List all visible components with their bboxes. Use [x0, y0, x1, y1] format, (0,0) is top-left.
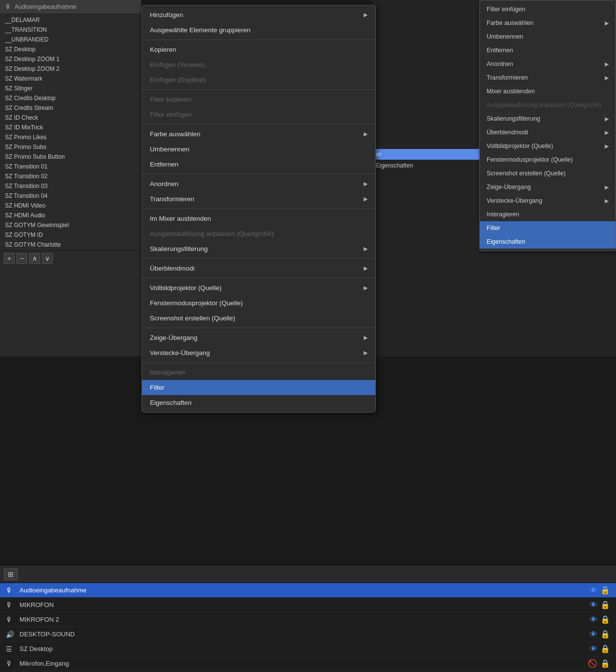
- scene-list-item[interactable]: SZ Desktop: [0, 44, 141, 54]
- scene-list-item[interactable]: SZ HDMI Video: [0, 201, 141, 210]
- scene-list-item[interactable]: __TRANSITION: [0, 25, 141, 35]
- visibility-eye-icon[interactable]: 👁: [590, 645, 597, 653]
- secondary-menu-item[interactable]: Filter: [480, 221, 616, 235]
- scene-list-item[interactable]: SZ Credits Desktop: [0, 93, 141, 103]
- list-icon: ☰: [6, 645, 16, 653]
- scene-control-button[interactable]: ∧: [29, 253, 40, 264]
- source-item[interactable]: 🎙Mikrofon,Eingang🚫🔒: [0, 656, 616, 671]
- secondary-menu-item[interactable]: Eigenschaften: [480, 235, 616, 249]
- secondary-context-menu[interactable]: Filter einfügenFarbe auswählen▶Umbenenne…: [479, 0, 616, 251]
- menu-item-label: Entfernen: [150, 161, 179, 168]
- scene-list-item[interactable]: SZ Transition 04: [0, 191, 141, 201]
- menu-item-fenstermodusprojektor-quelle[interactable]: Fenstermodusprojektor (Quelle): [142, 295, 375, 311]
- scene-list-item[interactable]: SZ GOTYM ID: [0, 230, 141, 240]
- source-name-label: SZ Desktop: [20, 645, 590, 652]
- menu-item-einfgen-verweis: Einfügen (Verweis): [142, 57, 375, 72]
- source-item[interactable]: 🎙MIKROFON👁🔒: [0, 598, 616, 612]
- menu-item-im-mixer-ausblenden[interactable]: Im Mixer ausblenden: [142, 211, 375, 226]
- menu-item-kopieren[interactable]: Kopieren: [142, 42, 375, 57]
- menu-item-label: Screenshot erstellen (Quelle): [150, 315, 235, 322]
- menu-item-umbenennen[interactable]: Umbenennen: [142, 142, 375, 157]
- menu-item-ausgewhlte-elemente-gruppieren[interactable]: Ausgewählte Elemente gruppieren: [142, 22, 375, 38]
- scene-list-item[interactable]: SZ Promo Subs Button: [0, 152, 141, 162]
- menu-item-vollbildprojektor-quelle[interactable]: Vollbildprojektor (Quelle)▶: [142, 280, 375, 295]
- menu-item-label: Überblendmodi: [150, 265, 195, 272]
- lock-icon[interactable]: 🔒: [600, 615, 610, 624]
- scene-list-item[interactable]: SZ ID MixTrick: [0, 123, 141, 132]
- secondary-menu-item[interactable]: Farbe auswählen▶: [480, 16, 616, 30]
- lock-icon[interactable]: 🔒: [600, 644, 610, 653]
- secondary-menu-item[interactable]: Transformieren▶: [480, 71, 616, 84]
- menu-item-anordnen[interactable]: Anordnen▶: [142, 176, 375, 191]
- scene-list-item[interactable]: SZ Transition 03: [0, 181, 141, 191]
- menu-item-skalierungsfilterung[interactable]: Skalierungsfilterung▶: [142, 241, 375, 256]
- mic-icon: 🎙: [6, 616, 16, 624]
- menu-item-filter[interactable]: Filter: [142, 380, 375, 395]
- main-context-menu[interactable]: Hinzufügen▶Ausgewählte Elemente gruppier…: [142, 5, 376, 413]
- scene-list-item[interactable]: SZ Desktop ZOOM 2: [0, 64, 141, 74]
- menu-item-screenshot-erstellen-quelle[interactable]: Screenshot erstellen (Quelle): [142, 311, 375, 326]
- menu-item-berblendmodi[interactable]: Überblendmodi▶: [142, 261, 375, 276]
- menu-item-farbe-auswhlen[interactable]: Farbe auswählen▶: [142, 126, 375, 142]
- scene-list-item[interactable]: __UNBRANDED: [0, 35, 141, 44]
- scene-list-panel: 🎙 Audioeingabeaufnahme __DELAMAR__TRANSI…: [0, 0, 142, 357]
- lock-icon[interactable]: 🔒: [600, 630, 610, 639]
- scene-list-item[interactable]: SZ Watermark: [0, 74, 141, 84]
- secondary-menu-item[interactable]: Fenstermodusprojektor (Quelle): [480, 153, 616, 167]
- scene-list-item[interactable]: __DELAMAR: [0, 15, 141, 25]
- scene-list-item[interactable]: SZ HDMI Audio: [0, 210, 141, 220]
- visibility-eye-icon[interactable]: 👁: [590, 630, 597, 639]
- visibility-eye-icon[interactable]: 👁: [590, 586, 597, 595]
- source-name-label: Audioeingabeaufnahme: [20, 587, 590, 594]
- visibility-eye-icon[interactable]: 👁: [590, 601, 597, 609]
- source-item[interactable]: 🎙MIKROFON 2👁🔒: [0, 612, 616, 627]
- secondary-menu-item-label: Ausgabeauflösung anpassen (Quellgröße): [487, 102, 601, 108]
- secondary-menu-item[interactable]: Zeige-Übergang▶: [480, 180, 616, 194]
- scene-list-item[interactable]: SZ Promo Likes: [0, 132, 141, 142]
- menu-item-hinzufgen[interactable]: Hinzufügen▶: [142, 7, 375, 22]
- scene-list-item[interactable]: SZ Stinger: [0, 84, 141, 93]
- scene-list-item[interactable]: SZ GOTYM Charlotte: [0, 240, 141, 250]
- secondary-menu-item[interactable]: Entfernen: [480, 43, 616, 57]
- source-controls: 👁🔒: [590, 630, 610, 639]
- scene-control-button[interactable]: ∨: [42, 253, 53, 264]
- scene-control-button[interactable]: −: [17, 253, 27, 264]
- scene-list-item[interactable]: SZ Promo Subs: [0, 142, 141, 152]
- visibility-eye-icon[interactable]: 🚫: [588, 659, 597, 668]
- visibility-eye-icon[interactable]: 👁: [590, 615, 597, 624]
- scene-list-item[interactable]: SZ Credits Stream: [0, 103, 141, 113]
- menu-item-entfernen[interactable]: Entfernen: [142, 157, 375, 172]
- secondary-menu-item[interactable]: Anordnen▶: [480, 57, 616, 71]
- scene-control-button[interactable]: +: [4, 253, 15, 264]
- secondary-menu-item[interactable]: Interagieren: [480, 208, 616, 221]
- sources-bar: ⊞ 🎙Audioeingabeaufnahme👁🔒🎙MIKROFON👁🔒🎙MIK…: [0, 565, 616, 672]
- submenu-arrow-icon: ▶: [605, 20, 609, 26]
- menu-item-verstecke-bergang[interactable]: Verstecke-Übergang▶: [142, 345, 375, 360]
- menu-item-eigenschaften[interactable]: Eigenschaften: [142, 395, 375, 410]
- secondary-menu-item[interactable]: Skalierungsfilterung▶: [480, 112, 616, 126]
- source-item[interactable]: 🎙Audioeingabeaufnahme👁🔒: [0, 583, 616, 598]
- lock-icon[interactable]: 🔒: [600, 586, 610, 595]
- source-item[interactable]: ☰SZ Desktop👁🔒: [0, 642, 616, 656]
- scene-list-item[interactable]: SZ Transition 01: [0, 162, 141, 171]
- menu-item-zeige-bergang[interactable]: Zeige-Übergang▶: [142, 330, 375, 345]
- secondary-menu-item[interactable]: Screenshot erstellen (Quelle): [480, 167, 616, 180]
- source-item[interactable]: 🔊DESKTOP-SOUND👁🔒: [0, 627, 616, 642]
- sources-add-button[interactable]: ⊞: [4, 568, 18, 580]
- scene-list-item[interactable]: SZ Desktop ZOOM 1: [0, 54, 141, 64]
- menu-item-label: Hinzufügen: [150, 11, 183, 19]
- lock-icon[interactable]: 🔒: [600, 659, 610, 668]
- secondary-menu-item[interactable]: Umbenennen: [480, 30, 616, 43]
- secondary-menu-item[interactable]: Verstecke-Übergang▶: [480, 194, 616, 208]
- menu-item-transformieren[interactable]: Transformieren▶: [142, 191, 375, 207]
- scene-list-item[interactable]: SZ ID Check: [0, 113, 141, 123]
- lock-icon[interactable]: 🔒: [600, 600, 610, 609]
- secondary-menu-item[interactable]: Mixer ausblenden: [480, 84, 616, 98]
- secondary-menu-item[interactable]: Filter einfügen: [480, 2, 616, 16]
- secondary-menu-item[interactable]: Vollbildprojektor (Quelle)▶: [480, 139, 616, 153]
- source-controls: 🚫🔒: [588, 659, 610, 668]
- secondary-menu-item-label: Umbenennen: [487, 33, 523, 40]
- scene-list-item[interactable]: SZ Transition 02: [0, 171, 141, 181]
- secondary-menu-item[interactable]: Überblendmodi▶: [480, 126, 616, 139]
- scene-list-item[interactable]: SZ GOTYM Gewinnspiel: [0, 220, 141, 230]
